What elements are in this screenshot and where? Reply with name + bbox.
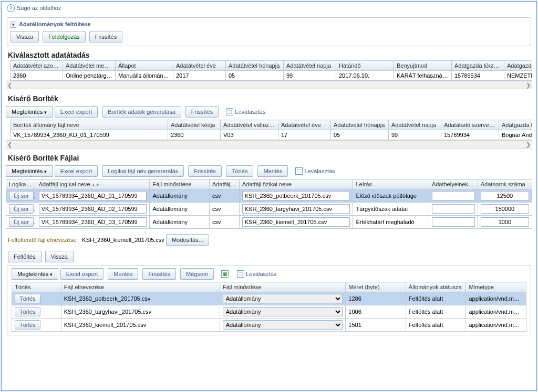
fizikai-input[interactable] — [242, 217, 350, 227]
sec1-title: Kiválasztott adatátadás — [2, 49, 536, 60]
th[interactable]: Adatgazda törzsszáma — [452, 61, 504, 71]
adatsorok-input[interactable] — [481, 217, 529, 227]
excel-button2[interactable]: Excel export — [55, 165, 98, 177]
megsem-button[interactable]: Mégsem — [180, 268, 214, 280]
th[interactable]: Adatsorok száma — [478, 179, 532, 189]
th[interactable]: Adatátvétel hónapja — [226, 61, 284, 71]
vissza-button2[interactable]: Vissza — [45, 251, 74, 262]
megtekintes-dropdown[interactable]: Megtekintés — [6, 106, 53, 118]
megtekintes-dropdown2[interactable]: Megtekintés — [6, 165, 53, 177]
panel-title[interactable]: Adatállományok feltöltése — [11, 21, 527, 28]
logikai-input[interactable] — [39, 191, 147, 200]
fizikai-input[interactable] — [242, 191, 350, 200]
td: Bognár Andr — [499, 130, 533, 140]
th[interactable]: Logikai fájlnév másolása — [6, 179, 36, 189]
mentes-button[interactable]: Mentés — [257, 165, 288, 177]
megtekintes-dropdown3[interactable]: Megtekintés — [12, 268, 58, 280]
frissites-button4[interactable]: Frissítés — [142, 268, 176, 280]
fizikai-input[interactable] — [242, 204, 350, 214]
th[interactable]: Adatgazda — [504, 61, 533, 71]
th[interactable]: Adatátvétel napja — [284, 61, 336, 71]
feltoltes-button[interactable]: Feltöltés — [8, 251, 42, 262]
th[interactable]: Adatgazda kapcsolattart — [499, 120, 533, 130]
td: csv — [209, 203, 239, 216]
th[interactable]: Adatátvétel megnevezése — [63, 61, 116, 71]
modositas-button[interactable]: Módosítás... — [166, 234, 209, 246]
table-row[interactable]: TörlésKSH_2360_kiemelt_201705.csvAdatáll… — [12, 319, 526, 332]
th[interactable]: Adatátvétel azonosítója — [11, 61, 63, 71]
logikai-gen-button[interactable]: Logikai fájl név genererálás — [102, 165, 184, 177]
th[interactable]: Határidő — [336, 61, 394, 71]
torles-row-button[interactable]: Törlés — [15, 307, 40, 316]
excel-button[interactable]: Excel export — [55, 106, 98, 118]
table-row[interactable]: Új sorAdatállománycsvÉrtékhatárt meghala… — [6, 216, 532, 229]
th[interactable]: Adatfájlok típusa — [209, 179, 239, 189]
help-link[interactable]: Súgó az oldalhoz — [2, 2, 536, 15]
table-row[interactable]: TörlésKSH_2360_potbeerk_201705.csvAdatál… — [12, 292, 526, 305]
th[interactable]: Fájl minősítése — [150, 179, 210, 189]
excel-button3[interactable]: Excel export — [60, 268, 104, 280]
th[interactable]: Boríték állomány fájl neve — [11, 120, 168, 130]
th[interactable]: Méret (byte) — [346, 282, 406, 292]
sec3-table: Logikai fájlnév másolása Adatfájl logika… — [6, 179, 532, 229]
detach-icon: ⬚ — [237, 270, 244, 278]
th[interactable]: Adatátvétel kódja — [168, 120, 221, 130]
adatsorok-input[interactable] — [481, 204, 529, 214]
adatsorok-input[interactable] — [481, 191, 529, 200]
th[interactable]: Adatátvétel napja — [389, 120, 441, 130]
minosites-select[interactable]: Adatállomány — [223, 307, 343, 316]
h-scrollbar[interactable]: ❮❯ — [6, 81, 532, 89]
uj-sor-button[interactable]: Új sor — [9, 191, 34, 200]
logikai-input[interactable] — [39, 217, 147, 227]
sec2-table: Boríték állomány fájl neve Adatátvétel k… — [10, 120, 532, 140]
torles-row-button[interactable]: Törlés — [15, 294, 40, 303]
torles-button[interactable]: Törlés — [226, 165, 254, 177]
minosites-select[interactable]: Adatállomány — [223, 320, 343, 330]
detail-label: Feltöltendő fájl elnevezése — [8, 237, 76, 243]
td: Feltöltés alatt — [406, 319, 466, 332]
th[interactable]: Fájl minősítése — [220, 282, 346, 292]
torles-row-button[interactable]: Törlés — [15, 320, 40, 330]
feldolgozas-button[interactable]: Feldolgozás — [43, 31, 85, 43]
th[interactable]: Adatátvétel éve — [278, 120, 331, 130]
th[interactable]: Benyujtmod — [394, 61, 452, 71]
td: csv — [209, 216, 239, 229]
table-row[interactable]: Új sorAdatállománycsvElőző időszak pótló… — [6, 189, 532, 203]
th[interactable]: Adathelyeinek száma — [429, 179, 478, 189]
frissites-button[interactable]: Frissítés — [89, 31, 123, 43]
th[interactable]: Adatfájl fizikai neve — [239, 179, 353, 189]
th[interactable]: Adatfájl logikai neve — [36, 179, 150, 189]
th[interactable]: Leírás — [353, 179, 429, 189]
adathely-input[interactable] — [432, 191, 475, 200]
levalasztas-link[interactable]: ⬚Leválasztás — [223, 106, 268, 118]
th[interactable]: Adatátvétel változat azonosító — [221, 120, 278, 130]
frissites-button3[interactable]: Frissítés — [188, 165, 222, 177]
export-icon-link[interactable]: ▦ — [218, 268, 232, 280]
table-row[interactable]: TörlésKSH_2360_targyhavi_201705.csvAdatá… — [12, 305, 526, 319]
th[interactable]: Mimetype — [466, 282, 526, 292]
mentes-button2[interactable]: Mentés — [108, 268, 138, 280]
boritek-gen-button[interactable]: Boríték adatok generálása — [102, 106, 181, 118]
minosites-select[interactable]: Adatállomány — [223, 294, 343, 303]
uj-sor-button[interactable]: Új sor — [9, 204, 34, 214]
adathely-input[interactable] — [432, 204, 475, 214]
th[interactable]: Fájl elnevezése — [61, 282, 220, 292]
td: 05 — [226, 71, 284, 81]
uj-sor-button[interactable]: Új sor — [9, 217, 34, 227]
th[interactable]: Adatátvétel hónapja — [331, 120, 389, 130]
th[interactable]: Állományok státusza — [406, 282, 466, 292]
table-row[interactable]: Új sorAdatállománycsvTárgyidőszak adatai — [6, 203, 532, 216]
th[interactable]: Adatátadó szervezet törzsszám — [441, 120, 499, 130]
th[interactable]: Adatátvétel éve — [173, 61, 226, 71]
adathely-input[interactable] — [432, 217, 475, 227]
levalasztas-link2[interactable]: ⬚Leválasztás — [292, 165, 338, 177]
th[interactable]: Állapot — [116, 61, 173, 71]
h-scrollbar2[interactable]: ❮❯ — [6, 140, 532, 149]
td: 99 — [284, 71, 336, 81]
logikai-input[interactable] — [39, 204, 147, 214]
vissza-button[interactable]: Vissza — [11, 31, 39, 43]
th[interactable]: Törlés — [12, 282, 61, 292]
levalasztas-link3[interactable]: ⬚Leválasztás — [234, 268, 280, 280]
sec4-table: Törlés Fájl elnevezése Fájl minősítése M… — [12, 282, 526, 332]
frissites-button2[interactable]: Frissítés — [185, 106, 219, 118]
